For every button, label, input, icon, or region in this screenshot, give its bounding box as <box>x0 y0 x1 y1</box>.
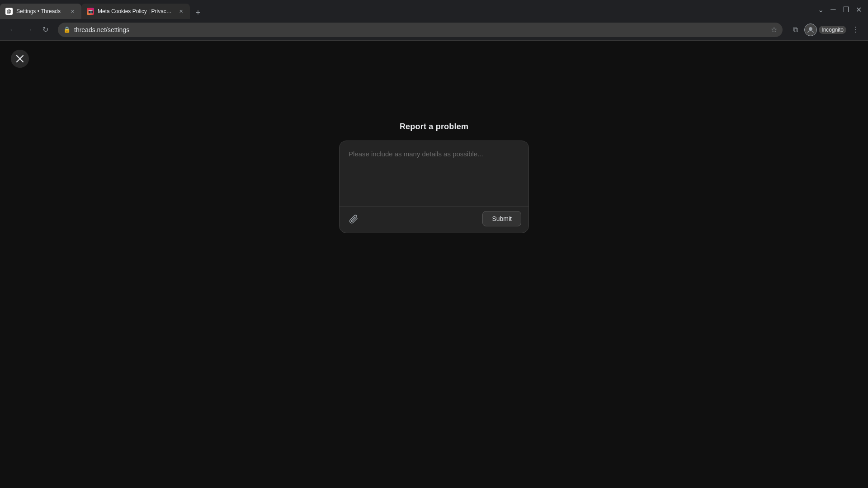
maximize-button[interactable]: ❐ <box>840 4 852 15</box>
instagram-favicon-icon: 📷 <box>87 8 94 15</box>
tab-threads-title: Settings • Threads <box>16 8 65 14</box>
report-panel: Report a problem Submit <box>339 122 529 233</box>
tab-meta-policy[interactable]: 📷 Meta Cookies Policy | Privacy Ce... ✕ <box>81 4 190 19</box>
report-card-footer: Submit <box>340 206 528 233</box>
report-textarea[interactable] <box>340 141 528 204</box>
threads-favicon: @ <box>5 8 13 15</box>
page-content: Report a problem Submit <box>0 41 868 488</box>
close-window-button[interactable]: ✕ <box>853 4 864 15</box>
tab-threads-settings[interactable]: @ Settings • Threads ✕ <box>0 4 81 19</box>
address-input-wrapper[interactable]: 🔒 threads.net/settings ☆ <box>58 23 783 37</box>
reload-button[interactable]: ↻ <box>38 23 52 37</box>
tab-bar: @ Settings • Threads ✕ 📷 Meta Cookies Po… <box>0 0 868 19</box>
attach-button[interactable] <box>347 212 360 225</box>
toolbar-right: ⧉ Incognito ⋮ <box>788 23 863 37</box>
address-bar: ← → ↻ 🔒 threads.net/settings ☆ ⧉ Incogni… <box>0 19 868 41</box>
profile-button[interactable] <box>804 23 817 36</box>
report-card: Submit <box>339 141 529 233</box>
report-title: Report a problem <box>400 122 468 131</box>
window-controls: ⌄ ─ ❐ ✕ <box>811 0 868 19</box>
bookmark-icon[interactable]: ☆ <box>771 25 777 34</box>
minimize-button[interactable]: ─ <box>827 4 839 15</box>
instagram-favicon: 📷 <box>87 8 94 15</box>
submit-button[interactable]: Submit <box>482 211 521 226</box>
browser-chrome: @ Settings • Threads ✕ 📷 Meta Cookies Po… <box>0 0 868 41</box>
incognito-badge[interactable]: Incognito <box>819 26 846 34</box>
tab-meta-title: Meta Cookies Policy | Privacy Ce... <box>98 8 174 14</box>
back-button[interactable]: ← <box>5 23 20 37</box>
tab-list-button[interactable]: ⌄ <box>815 4 826 15</box>
forward-button[interactable]: → <box>22 23 36 37</box>
tab-meta-close[interactable]: ✕ <box>177 8 184 15</box>
add-tab-button[interactable]: + <box>192 6 204 19</box>
tab-threads-close[interactable]: ✕ <box>69 8 76 15</box>
lock-icon: 🔒 <box>63 26 71 33</box>
address-url: threads.net/settings <box>74 26 767 33</box>
close-button[interactable] <box>11 50 29 68</box>
threads-favicon-icon: @ <box>5 8 13 15</box>
more-menu-button[interactable]: ⋮ <box>848 23 863 37</box>
extensions-button[interactable]: ⧉ <box>788 23 802 37</box>
